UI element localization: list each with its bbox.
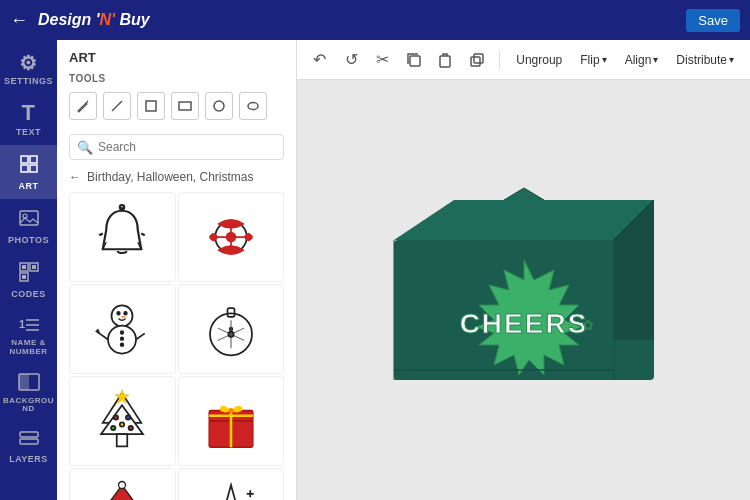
search-container: 🔍 [57, 128, 296, 166]
svg-line-20 [86, 101, 88, 103]
photos-icon [18, 207, 40, 232]
cut-button[interactable]: ✂ [370, 46, 395, 74]
toolbar: ↶ ↺ ✂ Ungroup Flip▾ Align▾ Distribute▾ [297, 40, 750, 80]
layers-icon [18, 430, 40, 451]
art-item-christmas-bow[interactable] [178, 192, 285, 282]
sidebar-item-art[interactable]: ART [0, 145, 57, 199]
svg-rect-7 [22, 265, 26, 269]
svg-point-58 [111, 426, 115, 430]
sidebar-label-background: BACKGROUND [3, 397, 54, 415]
search-input[interactable] [69, 134, 284, 160]
svg-rect-81 [471, 57, 480, 66]
back-button[interactable]: ← [10, 10, 28, 31]
flip-button[interactable]: Flip▾ [574, 50, 612, 70]
svg-point-60 [120, 422, 124, 426]
ellipse-tool[interactable] [205, 92, 233, 120]
svg-text:CHEERS: CHEERS [459, 308, 588, 339]
pen-tool[interactable] [69, 92, 97, 120]
svg-rect-2 [21, 165, 28, 172]
tools-label: TOOLS [57, 69, 296, 88]
art-item-christmas-tree[interactable] [69, 376, 176, 466]
svg-point-25 [248, 103, 258, 110]
rect2-tool[interactable] [171, 92, 199, 120]
sidebar-label-photos: PHOTOS [8, 235, 49, 245]
sidebar-label-codes: CODES [11, 289, 46, 299]
background-icon [18, 373, 40, 394]
svg-line-42 [136, 333, 145, 339]
distribute-button[interactable]: Distribute▾ [670, 50, 740, 70]
sidebar-label-layers: LAYERS [9, 454, 48, 464]
art-item-santa[interactable] [69, 468, 176, 500]
svg-rect-17 [19, 374, 29, 390]
sidebar-label-settings: SETTINGS [4, 76, 53, 86]
breadcrumb-back-button[interactable]: ← [69, 170, 81, 184]
svg-rect-54 [117, 434, 128, 446]
svg-line-41 [100, 333, 109, 339]
save-button[interactable]: Save [686, 9, 740, 32]
sidebar-item-photos[interactable]: PHOTOS [0, 199, 57, 253]
undo-button[interactable]: ↺ [338, 46, 363, 74]
art-item-bell[interactable] [69, 192, 176, 282]
svg-rect-22 [146, 101, 156, 111]
rect-tool[interactable] [137, 92, 165, 120]
sidebar-item-text[interactable]: T TEXT [0, 94, 57, 145]
svg-rect-18 [20, 432, 38, 437]
tools-row [57, 88, 296, 128]
svg-rect-3 [30, 165, 37, 172]
canvas-area: CHEERS ✿ [297, 80, 750, 500]
sidebar-item-background[interactable]: BACKGROUND [0, 365, 57, 423]
art-item-gift[interactable] [178, 376, 285, 466]
svg-point-38 [121, 331, 124, 334]
breadcrumb: ← Birthday, Halloween, Christmas [57, 166, 296, 192]
undo-back-button[interactable]: ↶ [307, 46, 332, 74]
sidebar-label-art: ART [19, 181, 39, 191]
editor-area: ↶ ↺ ✂ Ungroup Flip▾ Align▾ Distribute▾ [297, 40, 750, 500]
svg-rect-1 [30, 156, 37, 163]
svg-line-28 [100, 234, 104, 236]
main-content: ⚙ SETTINGS T TEXT ART PHOTOS CODES [0, 40, 750, 500]
art-item-snowman[interactable] [69, 284, 176, 374]
paste2-button[interactable] [464, 46, 489, 74]
svg-rect-82 [474, 54, 483, 63]
ellipse2-tool[interactable] [239, 92, 267, 120]
svg-rect-0 [21, 156, 28, 163]
sidebar-item-settings[interactable]: ⚙ SETTINGS [0, 45, 57, 94]
svg-point-24 [214, 101, 224, 111]
breadcrumb-text: Birthday, Halloween, Christmas [87, 170, 254, 184]
ungroup-button[interactable]: Ungroup [510, 50, 568, 70]
art-grid [57, 192, 296, 500]
art-panel: ART TOOLS 🔍 [57, 40, 297, 500]
svg-point-67 [119, 482, 126, 489]
svg-point-65 [228, 408, 233, 413]
svg-point-37 [124, 312, 127, 315]
svg-rect-79 [410, 56, 420, 66]
box-preview: CHEERS ✿ [354, 180, 694, 400]
svg-point-56 [114, 415, 118, 419]
copy-button[interactable] [401, 46, 426, 74]
svg-line-29 [142, 234, 146, 236]
line-tool[interactable] [103, 92, 131, 120]
sidebar-item-layers[interactable]: LAYERS [0, 422, 57, 472]
toolbar-divider [499, 50, 500, 70]
art-item-christmas-ball[interactable] [178, 284, 285, 374]
sidebar-item-name-number[interactable]: 1 NAME &NUMBER [0, 307, 57, 365]
svg-rect-23 [179, 102, 191, 110]
sidebar-item-codes[interactable]: CODES [0, 253, 57, 307]
svg-rect-19 [20, 439, 38, 444]
logo: Design 'N' Buy [38, 11, 150, 29]
svg-rect-4 [20, 211, 38, 225]
svg-marker-84 [394, 200, 654, 240]
settings-icon: ⚙ [19, 53, 38, 73]
paste-button[interactable] [433, 46, 458, 74]
search-icon: 🔍 [77, 140, 93, 155]
svg-rect-11 [22, 275, 26, 279]
art-panel-header: ART [57, 40, 296, 69]
svg-text:1: 1 [19, 318, 26, 330]
art-icon [18, 153, 40, 178]
align-button[interactable]: Align▾ [619, 50, 665, 70]
svg-point-40 [121, 343, 124, 346]
svg-point-51 [228, 332, 233, 337]
text-icon: T [22, 102, 36, 124]
svg-point-57 [126, 415, 130, 419]
art-item-star[interactable] [178, 468, 285, 500]
